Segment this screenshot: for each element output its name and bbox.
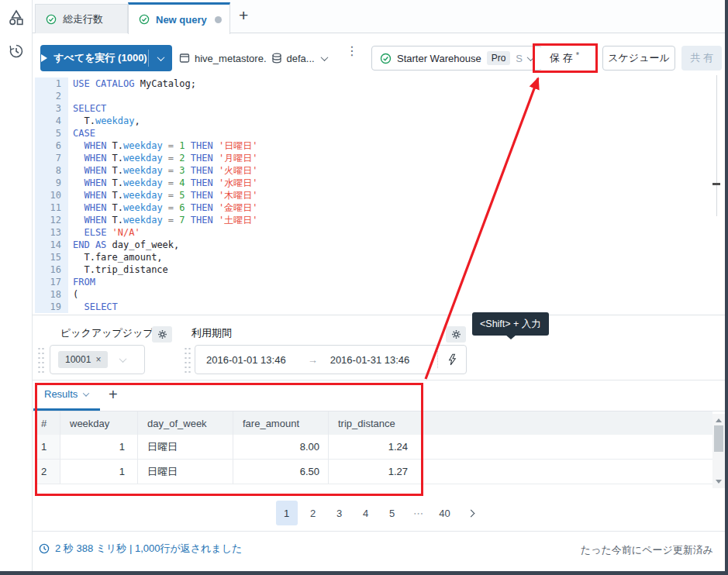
editor-scrollbar-track[interactable] (716, 75, 717, 216)
table-row[interactable]: 11日曜日8.001.24 (35, 435, 712, 460)
code-line[interactable] (73, 90, 257, 102)
page-button[interactable]: 40 (434, 501, 456, 525)
param-period-gear-icon[interactable] (446, 326, 466, 343)
window-edge (0, 571, 728, 575)
column-header[interactable]: fare_amount (233, 411, 329, 435)
table-cell: 日曜日 (138, 460, 233, 484)
code-line[interactable]: WHEN T.weekday = 2 THEN '月曜日' (73, 152, 257, 164)
sql-code-editor[interactable]: 12345678910111213141516171819 USE CATALO… (33, 74, 725, 315)
tab-new-query[interactable]: New query (128, 2, 230, 34)
code-line[interactable]: SELECT (73, 301, 257, 313)
results-tab[interactable]: Results (44, 388, 88, 400)
pickup-zip-select[interactable]: 10001 × (50, 345, 145, 374)
tab-label: 総走行数 (63, 12, 103, 26)
play-icon (41, 54, 47, 62)
catalog-icon (179, 53, 190, 64)
range-arrow-icon: → (308, 354, 318, 366)
tab-label: New query (156, 14, 207, 26)
tooltip-caret (505, 335, 516, 339)
schedule-button[interactable]: スケジュール (602, 46, 675, 71)
warehouse-selector[interactable]: Starter Warehouse Pro S (371, 46, 542, 71)
param-period-label: 利用期間 (191, 325, 232, 341)
date-from-input[interactable]: 2016-01-01 13:46 (206, 354, 286, 366)
check-circle-icon (46, 14, 57, 25)
code-line[interactable]: ( (73, 288, 257, 301)
code-line[interactable]: T.fare_amount, (73, 251, 257, 263)
code-line[interactable]: T.trip_distance (73, 263, 257, 276)
code-line[interactable]: FROM (73, 276, 257, 288)
line-number: 10 (35, 189, 61, 201)
code-line[interactable]: WHEN T.weekday = 5 THEN '木曜日' (73, 189, 257, 201)
history-icon[interactable] (9, 43, 24, 59)
code-line[interactable]: WHEN T.weekday = 4 THEN '水曜日' (73, 177, 257, 189)
new-tab-button[interactable]: + (239, 6, 248, 25)
line-number: 11 (35, 201, 61, 214)
code-line[interactable]: WHEN T.weekday = 6 THEN '金曜日' (73, 201, 257, 214)
kebab-menu-icon[interactable]: ⋮ (346, 48, 358, 68)
line-number: 6 (35, 139, 61, 152)
code-line[interactable]: CASE (73, 127, 257, 139)
queries-shapes-icon[interactable] (9, 9, 24, 25)
code-line[interactable]: END AS day_of_week, (73, 239, 257, 251)
page-button[interactable]: 3 (329, 501, 350, 525)
editor-scrollbar-marker (712, 183, 720, 185)
code-line[interactable]: WHEN T.weekday = 7 THEN '土曜日' (73, 214, 257, 226)
line-number: 7 (35, 152, 61, 164)
table-scrollbar[interactable] (712, 414, 725, 488)
clock-icon (39, 543, 50, 554)
page-button[interactable]: 5 (381, 501, 403, 525)
add-visualization-button[interactable]: + (109, 386, 118, 404)
page-button[interactable]: 4 (355, 501, 377, 525)
scroll-up-icon[interactable] (716, 418, 722, 422)
chevron-down-icon (83, 390, 89, 396)
table-cell: 1 (60, 460, 138, 484)
code-line[interactable]: T.weekday, (73, 115, 257, 127)
table-cell: 1.24 (329, 435, 423, 459)
code-line[interactable]: USE CATALOG MyCatalog; (73, 77, 257, 90)
scroll-down-icon[interactable] (716, 480, 722, 484)
line-number: 2 (35, 90, 61, 102)
page-refresh-status: たった今前にページ更新済み (581, 543, 713, 557)
code-lines[interactable]: USE CATALOG MyCatalog; SELECT T.weekday,… (73, 77, 257, 313)
unsaved-dot-icon (215, 16, 222, 23)
table-cell: 2 (35, 460, 60, 484)
chip-remove-icon[interactable]: × (95, 354, 101, 365)
table-cell: 1 (60, 435, 138, 459)
code-line[interactable]: WHEN T.weekday = 1 THEN '日曜日' (73, 139, 257, 152)
run-label: すべてを実行 (1000) (53, 51, 147, 65)
save-button[interactable]: 保 存 * (537, 47, 592, 69)
column-header[interactable]: weekday (60, 411, 138, 435)
line-number: 19 (35, 301, 61, 313)
table-row[interactable]: 21日曜日6.501.27 (35, 460, 712, 484)
widget-drag-handle[interactable] (184, 346, 191, 373)
param-pickup-gear-icon[interactable] (152, 326, 172, 343)
column-header[interactable]: day_of_week (138, 411, 233, 435)
next-page-button[interactable] (461, 501, 482, 525)
warehouse-size: S (516, 53, 523, 64)
scrollbar-thumb[interactable] (714, 425, 723, 452)
code-line[interactable]: WHEN T.weekday = 3 THEN '火曜日' (73, 164, 257, 177)
page-button[interactable]: 2 (302, 501, 324, 525)
code-line[interactable]: ELSE 'N/A' (73, 226, 257, 239)
run-all-button[interactable]: すべてを実行 (1000) (40, 45, 172, 71)
tab-soshokosu[interactable]: 総走行数 (35, 4, 128, 33)
column-header[interactable]: # (35, 411, 60, 435)
date-range-picker[interactable]: 2016-01-01 13:46 → 2016-01-31 13:46 (195, 345, 467, 374)
catalog-schema-selector[interactable]: hive_metastore. defa... (179, 49, 327, 67)
date-to-input[interactable]: 2016-01-31 13:46 (330, 354, 410, 366)
quick-apply-bolt-icon[interactable] (438, 346, 466, 374)
warehouse-name: Starter Warehouse (397, 53, 481, 64)
query-duration-status: 2 秒 388 ミリ秒 | 1,000行が返されました (39, 542, 242, 556)
duration-text: 2 秒 388 ミリ秒 | 1,000行が返されました (55, 542, 242, 556)
run-options-dropdown[interactable] (149, 45, 172, 71)
query-tabbar: 総走行数 New query + (33, 0, 725, 33)
check-circle-icon (139, 14, 150, 25)
page-ellipsis: ⋯ (408, 501, 430, 525)
unsaved-asterisk: * (576, 50, 579, 60)
page-button[interactable]: 1 (276, 501, 298, 525)
param-pickup-zip-label: ピックアップジップ (60, 325, 154, 341)
widget-drag-handle[interactable] (37, 346, 45, 373)
code-line[interactable]: SELECT (73, 102, 257, 115)
zip-chip-value: 10001 (65, 354, 91, 365)
column-header[interactable]: trip_distance (329, 411, 423, 435)
